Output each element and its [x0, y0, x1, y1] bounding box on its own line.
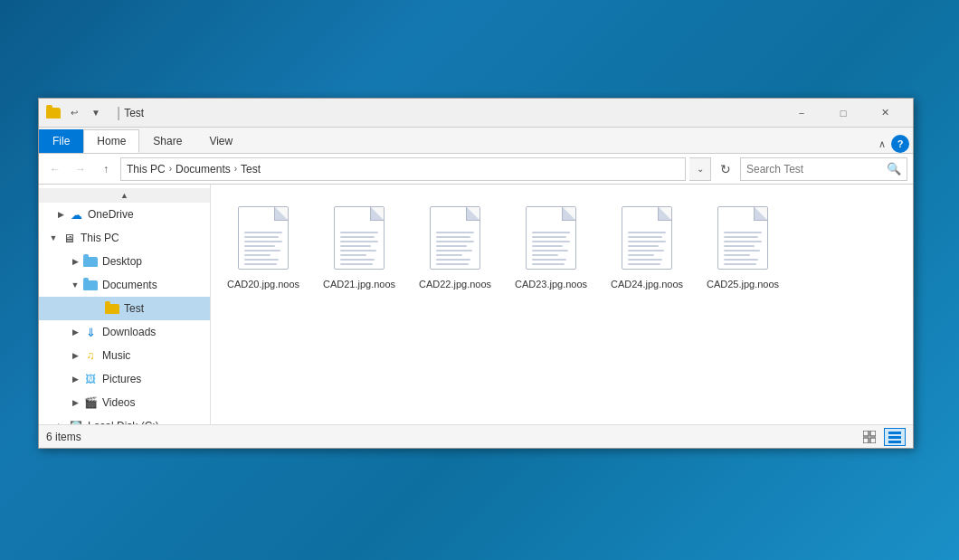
- file-lines: [622, 232, 671, 265]
- sidebar-item-videos[interactable]: ▶ 🎬 Videos: [39, 391, 210, 414]
- expand-arrow-desktop: ▶: [68, 254, 82, 269]
- path-segment-thispc[interactable]: This PC: [127, 163, 166, 176]
- path-segment-test[interactable]: Test: [241, 163, 261, 176]
- list-icon: [888, 431, 901, 443]
- ribbon: File Home Share View ∧ ?: [39, 128, 913, 154]
- svg-rect-0: [863, 431, 869, 436]
- folder-title-icon: [46, 106, 61, 120]
- generic-file-icon: [622, 206, 672, 270]
- svg-rect-5: [888, 436, 901, 439]
- svg-rect-1: [870, 431, 876, 436]
- sidebar-item-onedrive[interactable]: ▶ ☁ OneDrive: [39, 203, 210, 226]
- svg-rect-2: [863, 438, 869, 443]
- sidebar-scroll-up[interactable]: ▲: [39, 188, 210, 203]
- file-icon-container: [614, 202, 679, 274]
- path-segment-documents[interactable]: Documents: [176, 163, 231, 176]
- path-chevron-1: ›: [169, 164, 172, 174]
- view-list-button[interactable]: [884, 428, 906, 446]
- title-bar: ↩ ▼ | Test − □ ✕: [39, 99, 913, 128]
- downloads-icon: ⇓: [82, 324, 99, 340]
- item-count: 6 items: [46, 431, 81, 443]
- file-lines: [239, 232, 288, 265]
- sidebar-label-test: Test: [124, 302, 144, 315]
- file-item[interactable]: CAD24.jpg.noos: [603, 194, 690, 299]
- address-path[interactable]: This PC › Documents › Test: [120, 157, 686, 181]
- path-chevron-2: ›: [234, 164, 237, 174]
- onedrive-icon: ☁: [68, 206, 84, 223]
- search-input[interactable]: [746, 163, 883, 176]
- expand-arrow-localdisk: ▶: [53, 419, 68, 424]
- window-controls: − □ ✕: [781, 99, 906, 128]
- refresh-button[interactable]: ↻: [715, 158, 736, 180]
- status-bar: 6 items: [39, 424, 913, 448]
- file-icon-container: [710, 202, 775, 274]
- sidebar-label-localdisk: Local Disk (C:): [88, 420, 159, 424]
- search-icon[interactable]: 🔍: [887, 162, 901, 176]
- qa-undo-button[interactable]: ↩: [64, 103, 84, 123]
- file-lines: [718, 232, 767, 265]
- generic-file-icon: [717, 206, 768, 270]
- sidebar-item-test[interactable]: Test: [39, 297, 210, 320]
- tab-file[interactable]: File: [39, 129, 83, 153]
- file-icon-container: [423, 202, 488, 274]
- sidebar-label-documents: Documents: [102, 279, 157, 291]
- help-button[interactable]: ?: [891, 135, 909, 153]
- expand-arrow-pictures: ▶: [68, 372, 82, 386]
- sidebar-label-music: Music: [102, 349, 130, 362]
- close-button[interactable]: ✕: [864, 99, 906, 128]
- address-dropdown-button[interactable]: ⌄: [689, 157, 711, 181]
- sidebar: ▲ ▶ ☁ OneDrive ▼ 🖥 This PC ▶: [39, 185, 211, 424]
- sidebar-label-pictures: Pictures: [102, 373, 141, 385]
- svg-rect-4: [888, 432, 901, 434]
- sidebar-item-localdisk[interactable]: ▶ 💽 Local Disk (C:): [39, 414, 210, 424]
- sidebar-label-onedrive: OneDrive: [88, 208, 134, 221]
- file-item[interactable]: CAD22.jpg.noos: [412, 194, 498, 299]
- view-grid-button[interactable]: [859, 428, 880, 446]
- file-icon-container: [231, 202, 296, 274]
- content-area: CAD20.jpg.noos CAD21.jpg.noos CAD22.jpg.…: [211, 185, 913, 424]
- test-folder-icon: [104, 300, 120, 317]
- file-name: CAD24.jpg.noos: [611, 278, 683, 290]
- forward-button[interactable]: →: [70, 158, 91, 180]
- svg-rect-6: [888, 441, 901, 443]
- tab-home[interactable]: Home: [83, 129, 139, 153]
- expand-arrow-music: ▶: [68, 348, 82, 363]
- qa-dropdown-button[interactable]: ▼: [86, 103, 106, 123]
- maximize-button[interactable]: □: [822, 99, 864, 128]
- sidebar-item-pictures[interactable]: ▶ 🖼 Pictures: [39, 367, 210, 391]
- back-button[interactable]: ←: [44, 158, 66, 180]
- sidebar-item-music[interactable]: ▶ ♫ Music: [39, 344, 210, 367]
- file-icon-container: [327, 202, 392, 274]
- file-lines: [527, 232, 575, 265]
- expand-arrow-onedrive: ▶: [53, 207, 68, 222]
- main-content: ▲ ▶ ☁ OneDrive ▼ 🖥 This PC ▶: [39, 185, 913, 424]
- tab-view[interactable]: View: [195, 129, 246, 153]
- generic-file-icon: [430, 206, 480, 270]
- file-item[interactable]: CAD21.jpg.noos: [316, 194, 403, 299]
- ribbon-collapse-icon[interactable]: ∧: [873, 137, 891, 152]
- explorer-window: ↩ ▼ | Test − □ ✕ File Home Share View ∧ …: [38, 98, 914, 449]
- file-name: CAD20.jpg.noos: [227, 278, 299, 290]
- up-button[interactable]: ↑: [95, 158, 117, 180]
- ribbon-tabs: File Home Share View ∧ ?: [39, 128, 913, 153]
- file-item[interactable]: CAD20.jpg.noos: [220, 194, 307, 299]
- generic-file-icon: [526, 206, 576, 270]
- sidebar-item-documents[interactable]: ▼ Documents: [39, 273, 210, 297]
- title-separator: |: [117, 105, 120, 121]
- sidebar-item-downloads[interactable]: ▶ ⇓ Downloads: [39, 320, 210, 344]
- file-item[interactable]: CAD23.jpg.noos: [508, 194, 594, 299]
- sidebar-label-videos: Videos: [102, 396, 135, 409]
- sidebar-label-thispc: This PC: [81, 232, 119, 244]
- file-item[interactable]: CAD25.jpg.noos: [699, 194, 786, 299]
- search-box: 🔍: [740, 157, 907, 181]
- sidebar-item-thispc[interactable]: ▼ 🖥 This PC: [39, 226, 210, 250]
- file-name: CAD25.jpg.noos: [707, 278, 779, 290]
- tab-share[interactable]: Share: [139, 129, 195, 153]
- address-bar: ← → ↑ This PC › Documents › Test ⌄ ↻ 🔍: [39, 154, 913, 185]
- sidebar-item-desktop[interactable]: ▶ Desktop: [39, 250, 210, 273]
- path-thispc-label: This PC: [127, 163, 166, 176]
- file-grid: CAD20.jpg.noos CAD21.jpg.noos CAD22.jpg.…: [211, 185, 913, 424]
- desktop-icon: [82, 253, 99, 270]
- minimize-button[interactable]: −: [781, 99, 822, 128]
- expand-arrow-videos: ▶: [68, 395, 82, 410]
